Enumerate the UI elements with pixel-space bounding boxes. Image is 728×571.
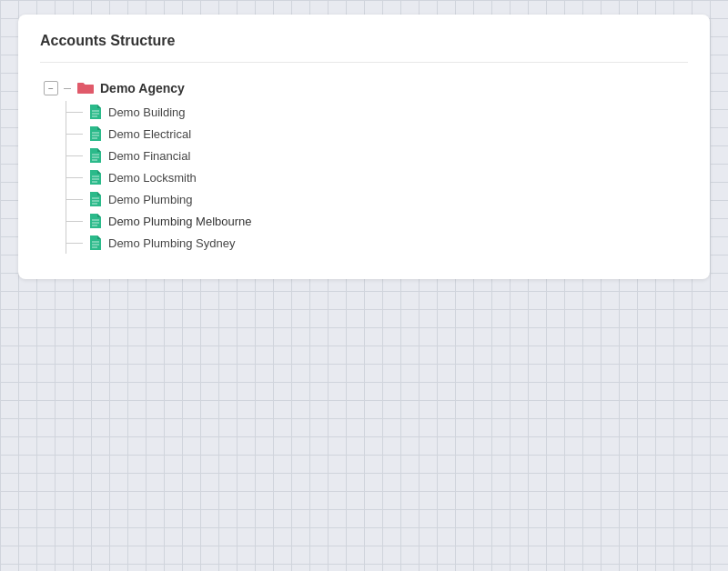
tree-child-node[interactable]: Demo Plumbing Melbourne bbox=[66, 210, 688, 232]
child-label: Demo Electrical bbox=[108, 127, 191, 141]
child-label: Demo Plumbing Sydney bbox=[108, 236, 235, 250]
card-title: Accounts Structure bbox=[40, 33, 688, 63]
tree-child-node[interactable]: Demo Plumbing Sydney bbox=[66, 232, 688, 254]
doc-icon bbox=[88, 125, 103, 142]
tree-child-node[interactable]: Demo Plumbing bbox=[66, 188, 688, 210]
child-label: Demo Building bbox=[108, 105, 186, 119]
doc-icon bbox=[88, 169, 103, 185]
child-label: Demo Plumbing Melbourne bbox=[108, 215, 252, 228]
root-connector bbox=[64, 88, 71, 89]
tree-child-node[interactable]: Demo Building bbox=[66, 101, 688, 123]
doc-icon bbox=[88, 147, 103, 164]
accounts-structure-card: Accounts Structure − Demo Agency Demo Bu… bbox=[18, 15, 710, 279]
root-label[interactable]: Demo Agency bbox=[100, 81, 185, 95]
child-label: Demo Locksmith bbox=[108, 171, 197, 185]
doc-icon bbox=[88, 213, 103, 229]
doc-icon bbox=[88, 235, 103, 251]
child-label: Demo Financial bbox=[108, 149, 190, 163]
tree-child-node[interactable]: Demo Locksmith bbox=[66, 166, 688, 188]
tree: − Demo Agency Demo BuildingDemo Electric… bbox=[40, 81, 688, 254]
child-label: Demo Plumbing bbox=[108, 193, 193, 206]
tree-child-node[interactable]: Demo Financial bbox=[66, 145, 688, 166]
doc-icon bbox=[88, 104, 103, 120]
tree-root-node: − Demo Agency bbox=[44, 81, 688, 95]
tree-child-node[interactable]: Demo Electrical bbox=[66, 123, 688, 145]
tree-toggle-button[interactable]: − bbox=[44, 81, 58, 95]
doc-icon bbox=[88, 191, 103, 207]
folder-icon bbox=[76, 81, 95, 95]
tree-children: Demo BuildingDemo ElectricalDemo Financi… bbox=[66, 101, 688, 254]
